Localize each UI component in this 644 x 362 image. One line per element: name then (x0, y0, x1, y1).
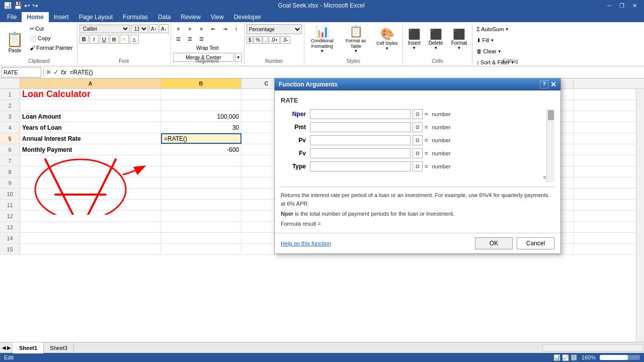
restore-btn[interactable]: ❐ (616, 3, 627, 9)
paste-button[interactable]: 📋 Paste (3, 24, 27, 60)
delete-btn[interactable]: ⬛ Delete ▼ (426, 24, 446, 54)
tab-formulas[interactable]: Formulas (118, 12, 153, 22)
arg-pmt-input[interactable] (310, 122, 411, 132)
minimize-btn[interactable]: ─ (604, 3, 614, 9)
format-as-table-btn[interactable]: 📋 Format as Table ▼ (340, 24, 372, 54)
cell-b2[interactable] (161, 100, 242, 111)
arg-nper-ref-btn[interactable]: ⊡ (413, 109, 423, 119)
fill-btn[interactable]: ⬇ Fill ▼ (474, 35, 496, 45)
font-name-select[interactable]: Calibri (79, 25, 130, 33)
fill-color-button[interactable]: A (120, 35, 129, 44)
tab-file[interactable]: File (2, 12, 22, 22)
prev-sheet-btn[interactable]: ◀ (2, 345, 6, 350)
cell-b5[interactable]: =RATE() (161, 133, 242, 144)
cell-styles-btn[interactable]: 🎨 Cell Styles ▼ (374, 24, 400, 54)
cell-a5[interactable]: Annual Interest Rate (20, 133, 161, 144)
quick-access-save[interactable]: 💾 (14, 2, 22, 10)
autosum-btn[interactable]: Σ AutoSum ▼ (474, 24, 511, 34)
increase-decimal-btn[interactable]: .0+ (269, 36, 280, 44)
arg-pv-ref-btn[interactable]: ⊡ (413, 135, 423, 145)
comma-btn[interactable]: , (263, 36, 268, 44)
tab-page-layout[interactable]: Page Layout (74, 12, 118, 22)
tab-review[interactable]: Review (176, 12, 205, 22)
help-link[interactable]: Help on this function (281, 240, 331, 246)
cell-b4[interactable]: 30 (161, 122, 242, 133)
align-top-left-btn[interactable]: ≡ (173, 24, 184, 33)
decrease-decimal-btn[interactable]: .0- (280, 36, 290, 44)
conditional-formatting-btn[interactable]: 📊 Conditional Formatting ▼ (306, 24, 338, 54)
next-sheet-btn[interactable]: ▶ (7, 345, 11, 350)
cell-b3[interactable]: 100,000 (161, 111, 242, 122)
arg-type-input[interactable] (310, 161, 411, 171)
tab-data[interactable]: Data (153, 12, 176, 22)
zoom-slider[interactable] (600, 355, 640, 360)
formula-input[interactable] (68, 69, 644, 76)
font-size-select[interactable]: 11 (131, 25, 148, 33)
vertical-scrollbar[interactable] (636, 89, 644, 342)
align-bottom-right-btn[interactable]: ☰ (196, 34, 207, 43)
decrease-font-btn[interactable]: A↓ (159, 24, 169, 33)
cell-b1[interactable] (161, 89, 242, 100)
format-painter-button[interactable]: 🖌 Format Painter (28, 43, 75, 52)
arg-pmt-row: Pmt ⊡ = number (281, 122, 546, 132)
sheet-tab-sheet1[interactable]: Sheet1 (13, 342, 44, 353)
ok-button[interactable]: OK (475, 237, 513, 249)
font-color-button[interactable]: A (130, 35, 139, 44)
arg-fv-input[interactable] (310, 148, 411, 158)
insert-btn[interactable]: ⬛ Insert ▼ (405, 24, 424, 54)
text-direction-btn[interactable]: ↕ (231, 24, 242, 33)
dialog-scrollbar[interactable] (546, 109, 554, 183)
cancel-formula-btn[interactable]: ✕ (45, 68, 52, 76)
increase-indent-btn[interactable]: ⇥ (219, 24, 230, 33)
cell-a3[interactable]: Loan Amount (20, 111, 161, 122)
format-btn[interactable]: ⬛ Format ▼ (448, 24, 470, 54)
clear-btn[interactable]: 🗑 Clear ▼ (474, 46, 503, 56)
percent-btn[interactable]: % (254, 36, 262, 44)
col-header-b[interactable]: B (161, 78, 242, 88)
copy-button[interactable]: 📄 Copy (28, 34, 75, 43)
row-num-4: 4 (0, 122, 20, 133)
increase-font-btn[interactable]: A↑ (149, 24, 158, 33)
number-format-select[interactable]: Percentage General Number Currency (247, 24, 302, 34)
dialog-close-btn[interactable]: ✕ (550, 80, 556, 88)
tab-developer[interactable]: Developer (229, 12, 267, 22)
underline-button[interactable]: U (100, 35, 109, 44)
dialog-help-btn[interactable]: ? (540, 80, 548, 88)
sheet-tab-sheet3[interactable]: Sheet3 (44, 342, 74, 353)
align-bottom-center-btn[interactable]: ☰ (185, 34, 196, 43)
insert-function-btn[interactable]: fx (60, 68, 68, 76)
border-button[interactable]: ⊞ (110, 35, 119, 44)
horizontal-scrollbar[interactable] (542, 344, 643, 351)
italic-button[interactable]: I (90, 35, 99, 44)
align-bottom-left-btn[interactable]: ☰ (173, 34, 184, 43)
cut-button[interactable]: ✂ Cut (28, 24, 75, 33)
col-header-a[interactable]: A (20, 78, 161, 88)
align-top-center-btn[interactable]: ≡ (185, 24, 196, 33)
name-box[interactable] (1, 67, 41, 77)
alignment-group: ≡ ≡ ≡ ⇤ ⇥ ↕ ☰ ☰ ☰ Wrap Text Merge & Cent… (171, 23, 245, 65)
close-btn[interactable]: ✕ (629, 3, 640, 9)
cell-a1[interactable]: Loan Calculator (20, 89, 161, 100)
confirm-formula-btn[interactable]: ✓ (52, 68, 60, 76)
wrap-text-btn[interactable]: Wrap Text (173, 44, 242, 52)
arg-pv-input[interactable] (310, 135, 411, 145)
cell-a4[interactable]: Years of Loan (20, 122, 161, 133)
arg-fv-ref-btn[interactable]: ⊡ (413, 148, 423, 158)
align-top-right-btn[interactable]: ≡ (196, 24, 207, 33)
tab-insert[interactable]: Insert (49, 12, 74, 22)
bold-button[interactable]: B (79, 35, 89, 44)
arg-pmt-ref-btn[interactable]: ⊡ (413, 122, 423, 132)
tab-home[interactable]: Home (22, 12, 48, 22)
arg-nper-input[interactable] (310, 109, 411, 119)
scrollbar-thumb[interactable] (548, 110, 554, 120)
cancel-button[interactable]: Cancel (517, 237, 554, 249)
arg-type-ref-btn[interactable]: ⊡ (413, 161, 423, 171)
cell-a2[interactable] (20, 100, 161, 111)
quick-access-undo[interactable]: ↩ (24, 2, 30, 10)
quick-access-redo[interactable]: ↪ (32, 2, 38, 10)
currency-btn[interactable]: $ (247, 36, 254, 44)
tab-view[interactable]: View (206, 12, 229, 22)
cell-a6[interactable]: Monthly Payment (20, 144, 161, 155)
decrease-indent-btn[interactable]: ⇤ (208, 24, 219, 33)
cell-b6[interactable]: -600 (161, 144, 242, 155)
